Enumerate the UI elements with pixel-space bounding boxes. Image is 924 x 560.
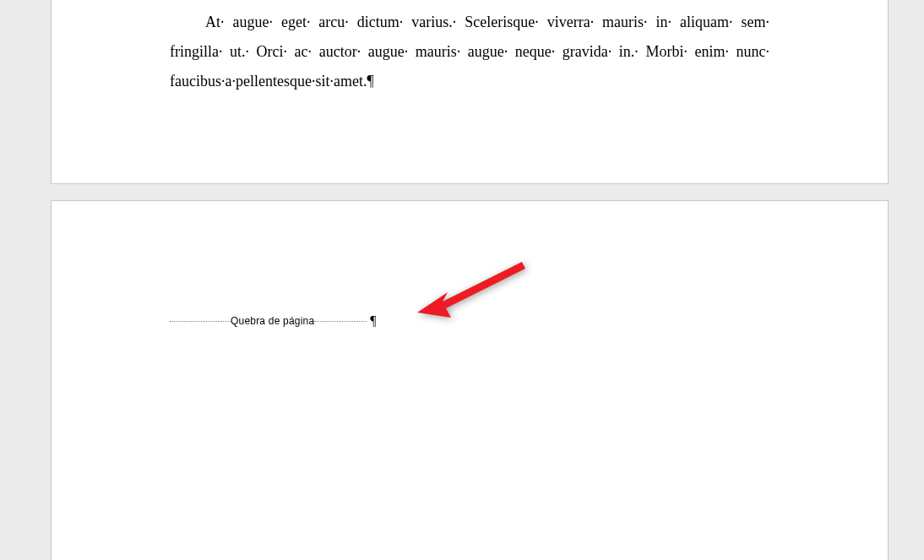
document-page-1[interactable]: At· augue· eget· arcu· dictum· varius.· … bbox=[51, 0, 889, 184]
page-break-line-right bbox=[314, 321, 367, 322]
page-break-label: Quebra de página bbox=[231, 315, 314, 327]
text-content-area[interactable]: At· augue· eget· arcu· dictum· varius.· … bbox=[170, 8, 769, 96]
page-break-line-left bbox=[170, 321, 231, 322]
page-break-marker: Quebra de página ¶ bbox=[170, 313, 769, 329]
document-page-2[interactable]: Quebra de página ¶ bbox=[51, 200, 889, 560]
paragraph-text[interactable]: At· augue· eget· arcu· dictum· varius.· … bbox=[170, 8, 769, 96]
page-break-pilcrow: ¶ bbox=[370, 313, 376, 329]
